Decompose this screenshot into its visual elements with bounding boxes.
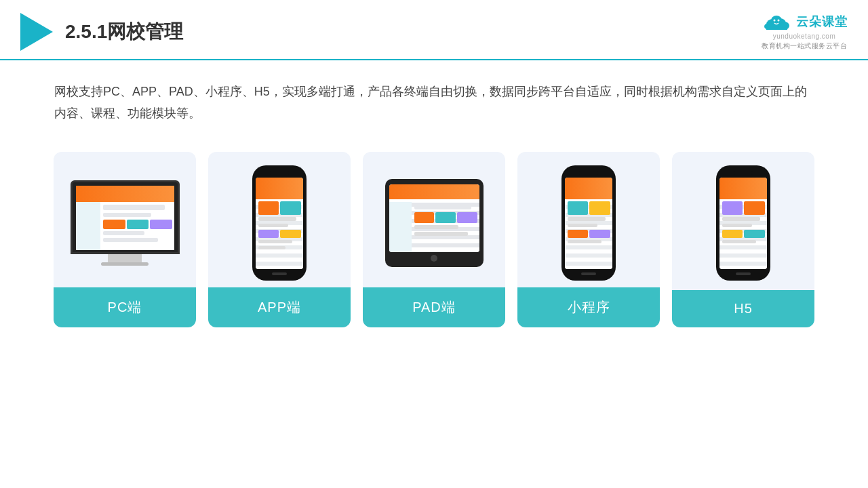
card-pad-label: PAD端 [363,287,505,327]
card-pc: PC端 [54,152,196,327]
card-app: APP端 [208,152,351,327]
svg-point-7 [778,20,780,22]
pc-monitor-icon [71,180,180,266]
phone-app-icon [252,165,307,281]
brand-subtitle: 教育机构一站式服务云平台 [762,41,847,51]
card-miniapp-label: 小程序 [517,287,660,327]
header: 2.5.1网校管理 云朵课堂 yunduoketang.com 教育机构一站式服… [0,0,868,60]
description-text: 网校支持PC、APP、PAD、小程序、H5，实现多端打通，产品各终端自由切换，数… [0,60,868,131]
phone-h5-icon [716,165,770,281]
card-pc-label: PC端 [54,287,196,327]
card-app-image [208,152,351,287]
phone-miniapp-icon [561,165,616,281]
cloud-icon [761,12,792,31]
card-h5-image [672,152,814,287]
card-h5: H5 [672,152,814,327]
card-pad: PAD端 [363,152,505,327]
cards-container: PC端 [0,131,868,348]
card-pc-image [54,152,196,287]
svg-rect-4 [766,26,787,30]
brand-logo: 云朵课堂 [761,12,848,31]
card-miniapp: 小程序 [517,152,660,327]
card-h5-label: H5 [672,290,814,327]
logo-icon [20,13,53,51]
tablet-pad-icon [385,179,484,267]
card-pad-image [363,152,505,287]
brand-url: yunduoketang.com [773,33,836,40]
card-miniapp-image [517,152,660,287]
page-title: 2.5.1网校管理 [65,19,183,45]
brand-name: 云朵课堂 [796,14,848,30]
header-left: 2.5.1网校管理 [20,13,183,51]
card-app-label: APP端 [208,287,351,327]
svg-point-6 [774,20,776,22]
brand-section: 云朵课堂 yunduoketang.com 教育机构一站式服务云平台 [761,12,848,51]
